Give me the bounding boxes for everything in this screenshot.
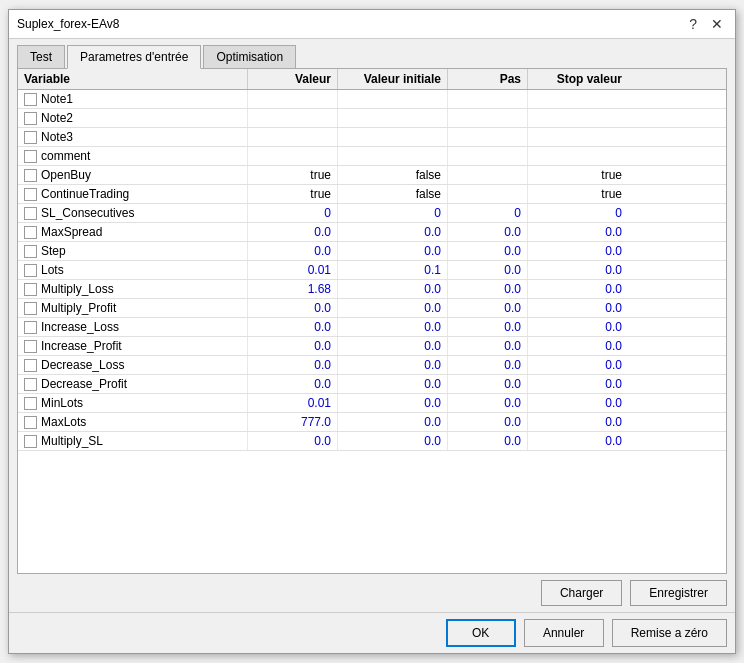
table-row[interactable]: Multiply_Profit0.00.00.00.0 <box>18 299 726 318</box>
variable-cell: ContinueTrading <box>18 185 248 203</box>
charger-button[interactable]: Charger <box>541 580 622 606</box>
table-row[interactable]: Multiply_SL0.00.00.00.0 <box>18 432 726 451</box>
table-row[interactable]: MaxLots777.00.00.00.0 <box>18 413 726 432</box>
stop-cell: 0.0 <box>528 432 628 450</box>
initial-value-cell: false <box>338 166 448 184</box>
pas-cell <box>448 166 528 184</box>
row-checkbox[interactable] <box>24 188 37 201</box>
pas-cell: 0.0 <box>448 413 528 431</box>
table-row[interactable]: Note3 <box>18 128 726 147</box>
pas-cell: 0.0 <box>448 375 528 393</box>
pas-cell: 0.0 <box>448 337 528 355</box>
variable-name: Note3 <box>41 130 73 144</box>
table-row[interactable]: Decrease_Loss0.00.00.00.0 <box>18 356 726 375</box>
value-cell <box>248 147 338 165</box>
help-button[interactable]: ? <box>685 16 701 32</box>
pas-cell <box>448 185 528 203</box>
variable-name: Lots <box>41 263 64 277</box>
initial-value-cell: 0.0 <box>338 280 448 298</box>
pas-cell: 0.0 <box>448 223 528 241</box>
row-checkbox[interactable] <box>24 378 37 391</box>
initial-value-cell <box>338 147 448 165</box>
variable-cell: comment <box>18 147 248 165</box>
title-bar: Suplex_forex-EAv8 ? ✕ <box>9 10 735 39</box>
table-row[interactable]: Lots0.010.10.00.0 <box>18 261 726 280</box>
table-row[interactable]: MinLots0.010.00.00.0 <box>18 394 726 413</box>
ok-button[interactable]: OK <box>446 619 516 647</box>
table-row[interactable]: OpenBuytruefalsetrue <box>18 166 726 185</box>
value-cell: 0.0 <box>248 223 338 241</box>
row-checkbox[interactable] <box>24 226 37 239</box>
tab-test[interactable]: Test <box>17 45 65 68</box>
row-checkbox[interactable] <box>24 112 37 125</box>
row-checkbox[interactable] <box>24 283 37 296</box>
initial-value-cell: 0.0 <box>338 356 448 374</box>
header-valeur: Valeur <box>248 69 338 89</box>
pas-cell <box>448 109 528 127</box>
row-checkbox[interactable] <box>24 435 37 448</box>
value-cell: 0.01 <box>248 261 338 279</box>
row-checkbox[interactable] <box>24 245 37 258</box>
stop-cell: 0.0 <box>528 261 628 279</box>
row-checkbox[interactable] <box>24 302 37 315</box>
variable-cell: OpenBuy <box>18 166 248 184</box>
table-row[interactable]: Increase_Loss0.00.00.00.0 <box>18 318 726 337</box>
stop-cell: 0.0 <box>528 356 628 374</box>
value-cell: 777.0 <box>248 413 338 431</box>
variable-name: Multiply_Loss <box>41 282 114 296</box>
variable-name: Increase_Loss <box>41 320 119 334</box>
table-row[interactable]: Decrease_Profit0.00.00.00.0 <box>18 375 726 394</box>
row-checkbox[interactable] <box>24 321 37 334</box>
variable-cell: Decrease_Loss <box>18 356 248 374</box>
value-cell: 0.0 <box>248 337 338 355</box>
table-row[interactable]: ContinueTradingtruefalsetrue <box>18 185 726 204</box>
header-pas: Pas <box>448 69 528 89</box>
tab-optimisation[interactable]: Optimisation <box>203 45 296 68</box>
value-cell: true <box>248 185 338 203</box>
params-table: Variable Valeur Valeur initiale Pas Stop… <box>17 68 727 574</box>
pas-cell: 0.0 <box>448 280 528 298</box>
table-row[interactable]: Note2 <box>18 109 726 128</box>
stop-cell: true <box>528 185 628 203</box>
table-row[interactable]: Step0.00.00.00.0 <box>18 242 726 261</box>
row-checkbox[interactable] <box>24 207 37 220</box>
stop-cell: 0.0 <box>528 223 628 241</box>
annuler-button[interactable]: Annuler <box>524 619 604 647</box>
initial-value-cell: false <box>338 185 448 203</box>
table-row[interactable]: Increase_Profit0.00.00.00.0 <box>18 337 726 356</box>
row-checkbox[interactable] <box>24 131 37 144</box>
variable-name: Note1 <box>41 92 73 106</box>
enregistrer-button[interactable]: Enregistrer <box>630 580 727 606</box>
table-row[interactable]: Note1 <box>18 90 726 109</box>
close-button[interactable]: ✕ <box>707 16 727 32</box>
pas-cell: 0.0 <box>448 299 528 317</box>
initial-value-cell: 0.0 <box>338 432 448 450</box>
variable-cell: Note1 <box>18 90 248 108</box>
table-row[interactable]: comment <box>18 147 726 166</box>
stop-cell: 0.0 <box>528 375 628 393</box>
row-checkbox[interactable] <box>24 150 37 163</box>
row-checkbox[interactable] <box>24 169 37 182</box>
variable-name: comment <box>41 149 90 163</box>
value-cell <box>248 128 338 146</box>
table-body: Note1Note2Note3commentOpenBuytruefalsetr… <box>18 90 726 573</box>
row-checkbox[interactable] <box>24 93 37 106</box>
stop-cell <box>528 90 628 108</box>
row-checkbox[interactable] <box>24 264 37 277</box>
table-row[interactable]: Multiply_Loss1.680.00.00.0 <box>18 280 726 299</box>
tab-parametres[interactable]: Parametres d'entrée <box>67 45 201 69</box>
variable-cell: Lots <box>18 261 248 279</box>
variable-name: ContinueTrading <box>41 187 129 201</box>
value-cell: 0.0 <box>248 299 338 317</box>
table-row[interactable]: MaxSpread0.00.00.00.0 <box>18 223 726 242</box>
row-checkbox[interactable] <box>24 416 37 429</box>
row-checkbox[interactable] <box>24 340 37 353</box>
stop-cell: 0.0 <box>528 318 628 336</box>
initial-value-cell: 0.0 <box>338 299 448 317</box>
initial-value-cell: 0.0 <box>338 394 448 412</box>
row-checkbox[interactable] <box>24 359 37 372</box>
remise-button[interactable]: Remise a zéro <box>612 619 727 647</box>
row-checkbox[interactable] <box>24 397 37 410</box>
table-row[interactable]: SL_Consecutives0000 <box>18 204 726 223</box>
initial-value-cell: 0.0 <box>338 242 448 260</box>
